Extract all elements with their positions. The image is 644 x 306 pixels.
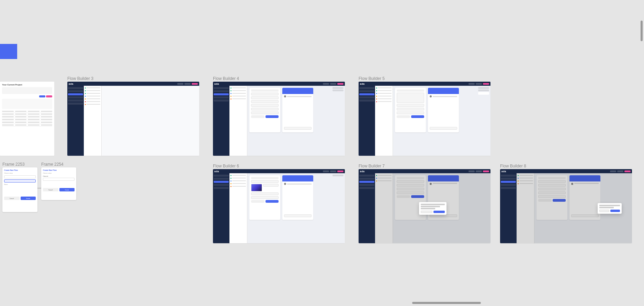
frame-label-fb4[interactable]: Flow Builder 4 [213, 76, 239, 81]
brand-logo: ada [69, 83, 74, 85]
frame-fb6[interactable]: ada [213, 169, 345, 243]
dialog-save-button [610, 210, 620, 212]
frame-fb5[interactable]: ada [359, 82, 490, 156]
color-picker [251, 184, 262, 191]
channel-select [43, 178, 75, 181]
dialog-cancel-button [421, 211, 432, 213]
horizontal-scrollbar[interactable] [412, 302, 481, 304]
frame-partial-table[interactable]: Your Current Project [0, 82, 54, 156]
frame-label-fb7[interactable]: Flow Builder 7 [359, 164, 385, 168]
create-button: Create [59, 188, 75, 191]
frame-fb3[interactable]: ada [67, 82, 199, 156]
frame-2253-create-flow[interactable]: Create New Flow Choose setup Name Cancel… [2, 167, 37, 212]
modal-title: Create New Flow [4, 169, 36, 171]
dialog-cancel-button [599, 210, 609, 212]
table-partial-content: Your Current Project [0, 82, 54, 156]
preview-card [282, 88, 313, 132]
cancel-button: Cancel [4, 197, 20, 200]
frame-label-fb6[interactable]: Flow Builder 6 [213, 164, 239, 168]
dialog-confirm-button [433, 211, 445, 213]
frame-2254-create-flow[interactable]: Create New Flow Choose setup Channel Can… [41, 167, 76, 200]
channel-select [4, 175, 36, 178]
confirm-dialog-overlay [375, 173, 490, 243]
frame-label-fb8[interactable]: Flow Builder 8 [500, 164, 526, 168]
tools-panel [84, 86, 102, 156]
flow-connector [37, 188, 41, 188]
vertical-scrollbar[interactable] [641, 21, 643, 41]
cancel-button: Cancel [43, 188, 58, 191]
sidebar-item-flow-builder [68, 93, 83, 95]
figma-canvas[interactable]: Your Current Project Flow Builder 3 ada [0, 0, 644, 306]
frame-fb8[interactable]: ada [500, 169, 632, 243]
create-button: Create [21, 197, 36, 200]
frame-fb7[interactable]: ada [359, 169, 490, 243]
table-title: Your Current Project [2, 84, 52, 86]
save-button [265, 115, 279, 118]
confirm-dialog [419, 202, 447, 215]
frame-label-fb5[interactable]: Flow Builder 5 [359, 76, 385, 81]
frame-label-2254[interactable]: Frame 2254 [41, 162, 64, 167]
frame-fb4[interactable]: ada [213, 82, 345, 156]
flow-canvas-empty [102, 86, 199, 156]
channel-selected [4, 179, 36, 183]
frame-label-2253[interactable]: Frame 2253 [2, 162, 25, 167]
selected-frame-tag [0, 44, 17, 59]
appearance-form-card [249, 88, 280, 132]
cancel-button [251, 115, 264, 118]
frame-label-fb3[interactable]: Flow Builder 3 [67, 76, 93, 81]
